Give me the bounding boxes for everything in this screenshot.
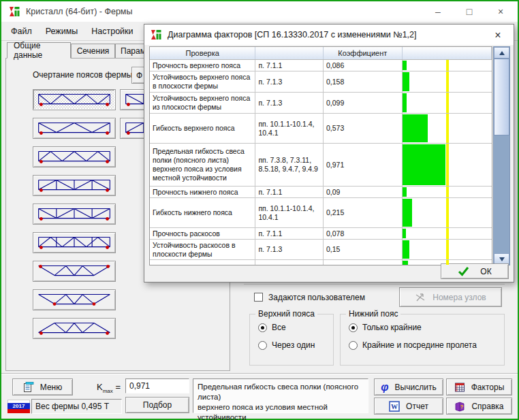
truss-shape-button-left-5[interactable] xyxy=(33,232,116,253)
cell-check: Прочность нижнего пояса xyxy=(150,187,255,197)
factors-button[interactable]: Факторы xyxy=(446,378,512,395)
cell-check xyxy=(150,260,255,265)
radio-0-0[interactable] xyxy=(258,323,267,332)
truss-parallel-w-icon xyxy=(35,91,113,108)
limit-line xyxy=(446,60,449,71)
truss-parallel-v-posts-icon xyxy=(35,206,113,223)
truss-shape-button-left-0[interactable] xyxy=(33,89,116,110)
truss-shape-button-left-7[interactable] xyxy=(33,289,116,310)
cell-coefficient: 0,971 xyxy=(324,144,403,186)
scrollbar[interactable] xyxy=(493,46,510,265)
hidden-groupbox-edge xyxy=(244,284,505,285)
radio-option-1-1[interactable]: Крайние и посредине пролета xyxy=(349,340,504,350)
help-button[interactable]: ? Справка xyxy=(446,398,512,415)
chart-cell xyxy=(403,187,492,197)
description-line1: Предельная гибкость свеса полки (поясног… xyxy=(198,382,364,402)
cell-coefficient: 0,086 xyxy=(324,60,403,71)
radio-label-1-1: Крайние и посредине пролета xyxy=(362,340,477,350)
year-badge-text: 2017 xyxy=(7,403,30,409)
factor-bar xyxy=(403,61,407,70)
factor-bar xyxy=(403,187,407,197)
table-row-7: Прочность раскосовп. 7.1.10,078 xyxy=(150,228,492,240)
chart-cell xyxy=(403,144,492,186)
table-header: ПроверкаКоэффициент xyxy=(150,47,492,60)
limit-line xyxy=(446,240,449,259)
header-cell-2: Коэффициент xyxy=(324,47,403,59)
truss-shape-button-left-1[interactable] xyxy=(33,118,116,139)
menu-button-label: Меню xyxy=(40,383,62,392)
table-row-5: Прочность нижнего поясап. 7.1.10,09 xyxy=(150,187,492,198)
year-badge: 2017 xyxy=(7,400,30,413)
radio-option-0-1[interactable]: Через один xyxy=(258,340,333,350)
cell-check: Прочность верхнего пояса xyxy=(150,60,255,71)
node-numbers-button[interactable]: Номера узлов xyxy=(399,287,502,307)
menu-button[interactable]: Меню xyxy=(12,378,73,395)
factors-button-label: Факторы xyxy=(471,383,505,392)
kmax-label: Kmax = xyxy=(97,382,121,394)
bottombar-separator xyxy=(1,373,518,374)
limit-line xyxy=(446,198,449,227)
dialog-close-button[interactable]: × xyxy=(490,28,505,43)
factor-bar xyxy=(403,261,408,265)
minimize-button[interactable]: – xyxy=(422,1,454,22)
cell-check: Гибкость нижнего пояса xyxy=(150,198,255,227)
user-defined-checkbox[interactable] xyxy=(254,293,263,302)
radio-1-0[interactable] xyxy=(349,323,358,332)
table-body: Прочность верхнего поясап. 7.1.10,086Уст… xyxy=(150,60,492,265)
app-logo-icon xyxy=(8,5,20,18)
chart-cell xyxy=(403,240,492,259)
group-top-chord-title: Верхний пояса xyxy=(255,309,317,319)
section-label: Очертание поясов фермы xyxy=(33,70,132,80)
radio-1-1[interactable] xyxy=(349,341,358,350)
truss-shape-button-left-8[interactable] xyxy=(33,318,116,339)
truss-parallel-a-posts-icon xyxy=(35,177,113,194)
book-icon: ? xyxy=(454,401,465,412)
svg-text:W: W xyxy=(391,403,398,410)
limit-line xyxy=(446,228,449,239)
kmax-value-field[interactable]: 0,971 xyxy=(125,378,189,393)
ok-button[interactable]: ОК xyxy=(441,263,509,279)
truss-parallel-wf-posts-icon xyxy=(35,234,113,251)
dialog-title: Диаграмма факторов [СП 16.13330.2017 с и… xyxy=(168,30,417,39)
cell-coefficient: 0,099 xyxy=(324,93,403,113)
cell-coefficient: 0,573 xyxy=(324,114,403,143)
word-icon: W xyxy=(389,401,400,412)
table-row-6: Гибкость нижнего поясапп. 10.1.1-10.1.4,… xyxy=(150,198,492,228)
cell-check: Устойчивость раскосов в плоскости фермы xyxy=(150,240,255,259)
window-title: Кристалл (64-бит) - Фермы xyxy=(26,7,132,16)
compute-button-label: Вычислить xyxy=(395,383,437,392)
svg-text:?: ? xyxy=(460,404,464,410)
scroll-up-button[interactable] xyxy=(494,47,509,59)
truss-trapezoid-inset-supports-icon xyxy=(35,291,113,308)
maximize-button[interactable]: □ xyxy=(454,1,485,22)
select-button[interactable]: Подбор xyxy=(125,397,189,413)
menu-item-2[interactable]: Настройки xyxy=(84,27,140,36)
limit-line xyxy=(446,71,449,92)
cell-coefficient: 0,15 xyxy=(324,240,403,259)
menu-item-1[interactable]: Режимы xyxy=(39,27,85,36)
menu-item-0[interactable]: Файл xyxy=(4,27,39,36)
compute-button[interactable]: φ Вычислить xyxy=(374,378,443,395)
truss-shape-button-left-4[interactable] xyxy=(33,204,116,225)
cell-clause: п. 7.1.3 xyxy=(255,240,324,259)
dialog-app-icon xyxy=(150,29,162,41)
truss-shape-button-left-2[interactable] xyxy=(33,146,116,167)
truss-shape-button-left-3[interactable] xyxy=(33,175,116,196)
scroll-up-icon xyxy=(499,51,505,55)
tab-1[interactable]: Сечения xyxy=(71,44,115,58)
scroll-thumb[interactable] xyxy=(494,59,509,135)
radio-option-0-0[interactable]: Все xyxy=(258,323,333,332)
group-top-chord-options: ВсеЧерез один xyxy=(250,323,333,350)
radio-0-1[interactable] xyxy=(258,341,267,350)
window-controls: – □ × xyxy=(422,1,518,22)
radio-option-1-0[interactable]: Только крайние xyxy=(349,323,504,332)
close-button[interactable]: × xyxy=(485,1,516,22)
node-numbers-label: Номера узлов xyxy=(432,293,486,302)
dialog-titlebar: Диаграмма факторов [СП 16.13330.2017 с и… xyxy=(144,25,514,45)
report-button[interactable]: W Отчет xyxy=(374,398,443,415)
cell-clause: п. 7.1.3 xyxy=(255,93,324,113)
tab-0[interactable]: Общие данные xyxy=(7,42,71,59)
weight-field: Вес фермы 0,495 Т xyxy=(31,399,122,414)
truss-shape-button-left-6[interactable] xyxy=(33,261,116,282)
cell-clause: п. 7.1.1 xyxy=(255,187,324,197)
